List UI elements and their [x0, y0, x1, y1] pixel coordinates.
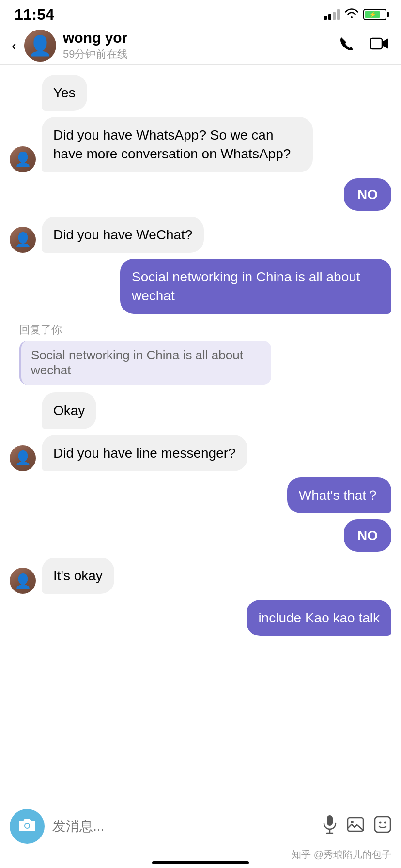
message-bubble: Social networking in China is all about …: [120, 259, 391, 314]
reply-block: 回复了你 Social networking in China is all a…: [19, 323, 391, 385]
svg-point-9: [379, 821, 382, 823]
message-row: Yes: [10, 75, 391, 111]
message-row: NO: [10, 178, 391, 211]
back-button[interactable]: ‹: [12, 37, 16, 54]
message-row: What's that？: [10, 477, 391, 513]
message-input[interactable]: [52, 810, 315, 843]
camera-icon: [18, 817, 36, 836]
svg-rect-8: [375, 817, 390, 832]
battery-icon: ⚡: [363, 9, 386, 20]
message-row: 👤 Did you have WhatsApp? So we can have …: [10, 117, 391, 172]
chat-area: Yes 👤 Did you have WhatsApp? So we can h…: [0, 65, 401, 713]
chat-header: ‹ wong yor 59分钟前在线: [0, 26, 401, 65]
header-actions: [338, 35, 389, 56]
message-bubble: Did you have WeChat?: [42, 217, 204, 253]
contact-status: 59分钟前在线: [63, 47, 338, 62]
message-bubble: Did you have line messenger?: [42, 435, 247, 471]
message-row: 👤 Did you have WeChat?: [10, 217, 391, 253]
sender-avatar: 👤: [10, 227, 36, 253]
emoji-button[interactable]: [374, 816, 391, 837]
sender-avatar: 👤: [10, 146, 36, 172]
message-row: Social networking in China is all about …: [10, 259, 391, 314]
contact-avatar: [24, 30, 56, 62]
message-bubble: What's that？: [287, 477, 391, 513]
voice-button[interactable]: [323, 815, 337, 838]
reply-quote: Social networking in China is all about …: [19, 341, 271, 385]
contact-name: wong yor: [63, 30, 338, 46]
status-bar: 11:54 ⚡: [0, 0, 401, 26]
message-bubble: NO: [344, 519, 391, 552]
message-bubble: It's okay: [42, 558, 114, 594]
status-icons: ⚡: [324, 8, 386, 21]
signal-icon: [324, 9, 340, 20]
svg-rect-3: [327, 815, 333, 826]
camera-button[interactable]: [10, 809, 45, 844]
message-row: Okay: [10, 392, 391, 429]
message-bubble: NO: [344, 178, 391, 211]
message-row: NO: [10, 519, 391, 552]
svg-rect-0: [370, 38, 382, 49]
svg-point-2: [25, 824, 29, 828]
message-row: 👤 Did you have line messenger?: [10, 435, 391, 471]
video-call-button[interactable]: [370, 36, 389, 55]
message-bubble: Yes: [42, 75, 87, 111]
home-indicator: [152, 861, 249, 864]
watermark: 知乎 @秀琅陷儿的包子: [292, 848, 391, 861]
status-time: 11:54: [15, 6, 54, 24]
sender-avatar: 👤: [10, 568, 36, 594]
contact-info: wong yor 59分钟前在线: [63, 30, 338, 62]
svg-point-10: [384, 821, 386, 823]
sender-avatar: 👤: [10, 445, 36, 471]
message-bubble: Did you have WhatsApp? So we can have mo…: [42, 117, 313, 172]
call-button[interactable]: [338, 35, 355, 56]
message-row: 👤 It's okay: [10, 558, 391, 594]
input-actions: [323, 815, 391, 838]
svg-rect-6: [348, 818, 363, 831]
svg-point-7: [351, 821, 354, 823]
reply-label: 回复了你: [19, 323, 391, 337]
message-bubble: Okay: [42, 392, 96, 429]
message-bubble: include Kao kao talk: [247, 600, 391, 636]
wifi-icon: [345, 8, 358, 21]
image-button[interactable]: [347, 816, 364, 837]
message-row: include Kao kao talk: [10, 600, 391, 636]
